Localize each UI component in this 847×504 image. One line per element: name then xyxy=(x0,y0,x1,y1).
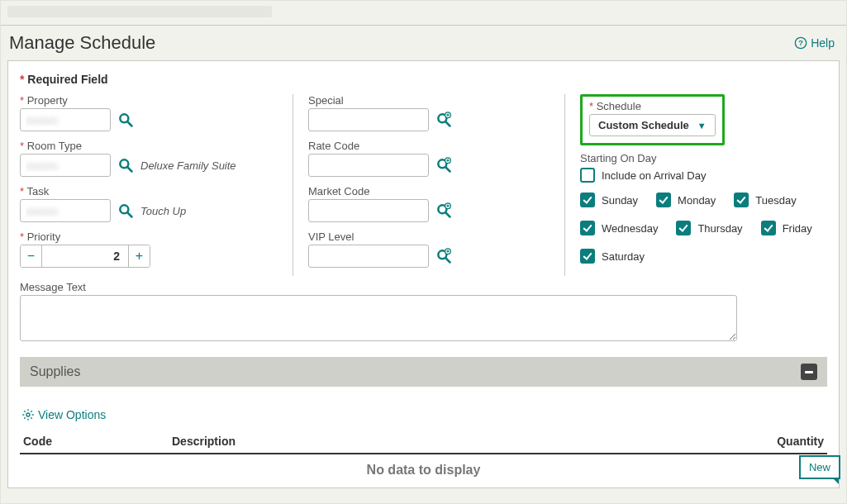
breadcrumb-bar xyxy=(1,1,846,26)
svg-line-3 xyxy=(128,122,132,126)
schedule-label: * Schedule xyxy=(589,100,716,112)
include-arrival-label: Include on Arrival Day xyxy=(602,169,706,182)
help-label: Help xyxy=(811,36,835,50)
day-checkbox-saturday[interactable] xyxy=(580,249,595,264)
svg-line-19 xyxy=(446,213,450,217)
vip-level-label: VIP Level xyxy=(308,231,564,243)
day-checkbox-friday[interactable] xyxy=(761,221,776,235)
task-input[interactable] xyxy=(20,199,111,222)
market-code-label: Market Code xyxy=(308,185,564,197)
schedule-selected-value: Custom Schedule xyxy=(598,119,689,131)
day-label: Monday xyxy=(678,194,716,207)
day-sunday[interactable]: Sunday xyxy=(580,193,638,207)
task-lookup-icon[interactable] xyxy=(117,202,134,219)
day-checkbox-monday[interactable] xyxy=(656,193,671,207)
day-label: Saturday xyxy=(602,250,645,263)
new-supply-button[interactable]: New xyxy=(799,455,840,479)
schedule-select[interactable]: Custom Schedule ▼ xyxy=(589,114,716,136)
day-monday[interactable]: Monday xyxy=(656,193,716,207)
view-options-link[interactable]: View Options xyxy=(21,408,106,421)
day-checkbox-sunday[interactable] xyxy=(580,193,595,207)
day-label: Thursday xyxy=(697,222,742,235)
priority-decrement-button[interactable]: − xyxy=(21,245,42,267)
special-label: Special xyxy=(308,94,564,107)
day-friday[interactable]: Friday xyxy=(761,221,812,235)
svg-text:?: ? xyxy=(798,39,803,47)
day-thursday[interactable]: Thursday xyxy=(676,221,742,235)
day-saturday[interactable]: Saturday xyxy=(580,249,645,264)
market-code-input[interactable] xyxy=(308,199,429,222)
room-type-lookup-icon[interactable] xyxy=(117,157,134,174)
col-quantity[interactable]: Quantity xyxy=(736,430,827,454)
svg-line-7 xyxy=(128,213,132,217)
required-field-legend: * Required Field xyxy=(20,73,827,86)
svg-line-24 xyxy=(446,259,450,263)
chevron-down-icon: ▼ xyxy=(697,121,707,131)
form-panel: * Required Field * Property * Room Type xyxy=(7,60,840,488)
room-type-label: * Room Type xyxy=(20,140,293,152)
day-label: Tuesday xyxy=(755,194,796,207)
svg-line-5 xyxy=(128,168,132,172)
special-input[interactable] xyxy=(308,108,429,131)
task-label: * Task xyxy=(20,185,293,197)
supplies-empty-text: No data to display xyxy=(20,454,827,481)
message-text-input[interactable] xyxy=(20,295,737,341)
svg-point-28 xyxy=(26,413,30,416)
day-checkbox-tuesday[interactable] xyxy=(734,193,749,207)
property-lookup-icon[interactable] xyxy=(117,112,134,128)
room-type-input[interactable] xyxy=(20,154,111,177)
rate-code-label: Rate Code xyxy=(308,140,564,152)
help-link[interactable]: ? Help xyxy=(794,36,835,50)
priority-label: * Priority xyxy=(20,231,293,243)
supplies-section-header: Supplies xyxy=(20,357,827,387)
supplies-table: Code Description Quantity xyxy=(20,430,827,454)
day-label: Friday xyxy=(783,222,812,235)
help-icon: ? xyxy=(794,36,807,50)
property-input[interactable] xyxy=(20,108,111,131)
col-code[interactable]: Code xyxy=(20,430,169,454)
vip-level-input[interactable] xyxy=(308,245,429,268)
room-type-display: Deluxe Family Suite xyxy=(140,159,236,172)
special-lookup-icon[interactable] xyxy=(435,112,452,128)
breadcrumb-placeholder xyxy=(7,6,272,17)
priority-increment-button[interactable]: + xyxy=(128,245,150,267)
day-wednesday[interactable]: Wednesday xyxy=(580,221,658,235)
day-tuesday[interactable]: Tuesday xyxy=(734,193,796,207)
rate-code-input[interactable] xyxy=(308,154,429,177)
col-description[interactable]: Description xyxy=(169,430,736,454)
svg-line-9 xyxy=(446,122,450,126)
starting-on-day-label: Starting On Day xyxy=(580,152,827,164)
rate-code-lookup-icon[interactable] xyxy=(435,157,452,174)
schedule-highlight: * Schedule Custom Schedule ▼ xyxy=(580,94,725,145)
day-label: Wednesday xyxy=(602,222,658,235)
supplies-collapse-button[interactable] xyxy=(801,364,817,380)
priority-value: 2 xyxy=(42,245,128,267)
task-display: Touch Up xyxy=(140,205,186,217)
priority-stepper[interactable]: − 2 + xyxy=(20,245,150,268)
message-text-label: Message Text xyxy=(20,281,827,293)
market-code-lookup-icon[interactable] xyxy=(435,202,452,219)
page-title: Manage Schedule xyxy=(9,32,155,54)
day-checkbox-wednesday[interactable] xyxy=(580,221,595,235)
include-arrival-checkbox[interactable] xyxy=(580,168,595,183)
day-checkbox-thursday[interactable] xyxy=(676,221,691,235)
svg-line-14 xyxy=(446,168,450,172)
gear-icon xyxy=(21,408,35,421)
vip-level-lookup-icon[interactable] xyxy=(435,248,452,264)
property-label: * Property xyxy=(20,94,293,107)
supplies-title: Supplies xyxy=(30,364,80,379)
day-label: Sunday xyxy=(602,194,638,207)
